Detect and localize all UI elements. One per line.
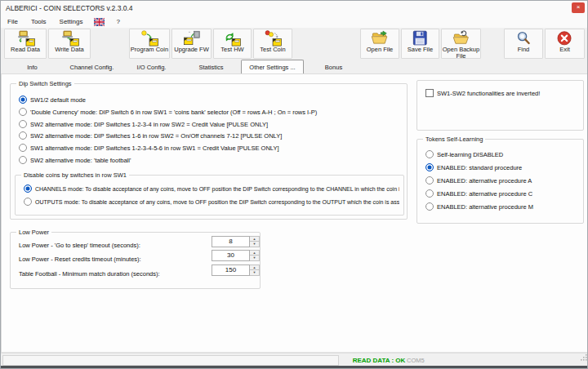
open-file-icon [371, 30, 390, 47]
spinner-buttons: ▲▼ [250, 236, 260, 247]
exit-icon [555, 30, 574, 47]
radio-sw2-alt-table-football[interactable]: SW2 alternative mode: 'table football' [19, 155, 403, 165]
radio-enabled-alt-m[interactable]: ENABLED: alternative procedure M [425, 202, 579, 211]
menubar: File Tools Settings ? [1, 16, 587, 28]
radio-dot [19, 144, 27, 152]
radio-dot [19, 156, 27, 164]
titlebar: ALBERICI - COIN SELECTORS v.2.3.0.4 × [1, 1, 587, 16]
tab-statistics[interactable]: Statistics [181, 61, 241, 73]
upgrade-fw-button[interactable]: Upgrade FW [172, 29, 212, 59]
radio-dot [19, 108, 27, 116]
resize-grip[interactable] [580, 349, 587, 364]
spinner-up-button[interactable]: ▲ [250, 265, 260, 270]
radio-sw1-alt-credit-value[interactable]: SW1 alternative mode: DIP Switches 1-2-3… [19, 143, 403, 153]
radio-double-currency-mode[interactable]: 'Double Currency' mode: DIP Switch 6 in … [19, 107, 403, 117]
write-data-button[interactable]: Write Data [48, 29, 91, 59]
reset-credits-spinner[interactable]: 30 ▲▼ [212, 250, 260, 261]
radio-self-learning-disabled[interactable]: Self-learning DISABLED [425, 149, 579, 159]
group-title: Tokens Self-Learning [423, 135, 485, 144]
tab-page-other-settings: Dip Switch Settings SW1/2 default mode '… [1, 73, 588, 353]
window-close-button[interactable]: × [572, 2, 585, 13]
tab-info[interactable]: Info [2, 61, 62, 73]
tab-bonus[interactable]: Bonus [304, 61, 363, 73]
open-backup-file-icon [452, 30, 470, 47]
open-file-button[interactable]: Open File [360, 29, 399, 59]
upgrade-fw-icon [182, 30, 201, 47]
radio-channels-mode[interactable]: CHANNELS mode: To disable acceptance of … [24, 184, 399, 193]
window-bottom-edge [1, 366, 587, 368]
radio-dot [19, 120, 27, 128]
radio-sw2-alt-credit-value[interactable]: SW2 alternative mode: DIP Switches 1-2-3… [19, 119, 403, 129]
radio-dot [425, 150, 434, 158]
radio-dot [425, 176, 434, 184]
test-coin-button[interactable]: Test Coin [253, 29, 292, 59]
spinner-down-button[interactable]: ▼ [250, 256, 260, 261]
test-hw-icon [223, 30, 242, 47]
exit-button[interactable]: Exit [545, 29, 585, 59]
spinner-buttons: ▲▼ [250, 250, 260, 261]
tabstrip: Info Channel Config. I/O Config. Statist… [2, 61, 363, 73]
group-title: Dip Switch Settings [16, 79, 74, 88]
table-football-duration-row: Table Football - Minimum match duration … [19, 265, 253, 276]
app-window: ALBERICI - COIN SELECTORS v.2.3.0.4 × Fi… [0, 0, 588, 369]
save-file-icon [411, 30, 430, 47]
spinner-value[interactable]: 30 [212, 250, 250, 261]
test-hw-button[interactable]: Test HW [213, 29, 252, 59]
save-file-button[interactable]: Save File [401, 29, 439, 59]
spinner-value[interactable]: 8 [212, 236, 250, 247]
read-data-icon [16, 30, 35, 47]
write-data-icon [60, 30, 79, 47]
spinner-up-button[interactable]: ▲ [250, 250, 260, 256]
uk-flag-icon [94, 18, 105, 26]
open-backup-file-button[interactable]: Open Backup File [441, 29, 481, 59]
group-tokens-self-learning: Tokens Self-Learning Self-learning DISAB… [416, 139, 584, 224]
spinner-down-button[interactable]: ▼ [250, 270, 260, 276]
find-icon [514, 30, 533, 47]
tab-channel-config[interactable]: Channel Config. [62, 61, 122, 73]
radio-dot [24, 198, 32, 206]
match-duration-spinner[interactable]: 150 ▲▼ [212, 265, 260, 276]
radio-dot [24, 184, 32, 193]
program-coin-icon [140, 30, 159, 47]
radio-dot [425, 163, 434, 171]
menu-file[interactable]: File [1, 16, 24, 28]
low-power-reset-row: Low Power - Reset credits timeout (minut… [19, 250, 253, 261]
radio-enabled-alt-c[interactable]: ENABLED: alternative procedure C [425, 189, 579, 198]
low-power-sleep-row: Low Power - 'Go to sleep' timeout (secon… [19, 236, 253, 247]
spinner-buttons: ▲▼ [250, 265, 260, 276]
group-disable-coins: Disable coins by switches in row SW1 CHA… [15, 175, 404, 216]
radio-dot [19, 131, 27, 140]
toolbar: Read Data Write Data [1, 28, 587, 61]
radio-enabled-standard[interactable]: ENABLED: standard procedure [425, 162, 579, 172]
panel-sw-invert: SW1-SW2 functionalities are inverted! [416, 80, 584, 131]
find-button[interactable]: Find [504, 29, 543, 59]
program-coin-button[interactable]: Program Coin [129, 29, 170, 59]
radio-sw12-default-mode[interactable]: SW1/2 default mode [19, 95, 403, 104]
radio-dot [425, 189, 434, 198]
menu-tools[interactable]: Tools [24, 16, 53, 28]
menu-settings[interactable]: Settings [53, 16, 90, 28]
status-progress-panel [2, 355, 339, 366]
group-dip-switch-settings: Dip Switch Settings SW1/2 default mode '… [10, 83, 408, 220]
radio-enabled-alt-a[interactable]: ENABLED: alternative procedure A [425, 176, 579, 185]
language-flag-button[interactable] [89, 18, 109, 26]
tab-other-settings[interactable]: Other Settings ... [241, 60, 304, 73]
spinner-value[interactable]: 150 [212, 265, 250, 276]
tab-io-config[interactable]: I/O Config. [122, 61, 181, 73]
menu-help[interactable]: ? [109, 16, 126, 28]
radio-dot [19, 96, 27, 104]
read-data-button[interactable]: Read Data [4, 29, 47, 59]
group-title: Disable coins by switches in row SW1 [21, 171, 129, 180]
sleep-timeout-spinner[interactable]: 8 ▲▼ [212, 236, 260, 247]
checkbox-box [425, 89, 434, 97]
radio-outputs-mode[interactable]: OUTPUTS mode: To disable acceptance of a… [24, 197, 399, 207]
checkbox-sw1-sw2-inverted[interactable]: SW1-SW2 functionalities are inverted! [425, 88, 579, 98]
test-coin-icon [264, 30, 283, 47]
spinner-up-button[interactable]: ▲ [250, 236, 260, 242]
radio-sw2-alt-onoff-channels[interactable]: SW2 alternative mode: DIP Switches 1-6 i… [19, 131, 403, 140]
spinner-down-button[interactable]: ▼ [250, 242, 260, 247]
window-title: ALBERICI - COIN SELECTORS v.2.3.0.4 [6, 1, 133, 16]
radio-dot [425, 202, 434, 211]
group-low-power: Low Power Low Power - 'Go to sleep' time… [10, 232, 261, 289]
